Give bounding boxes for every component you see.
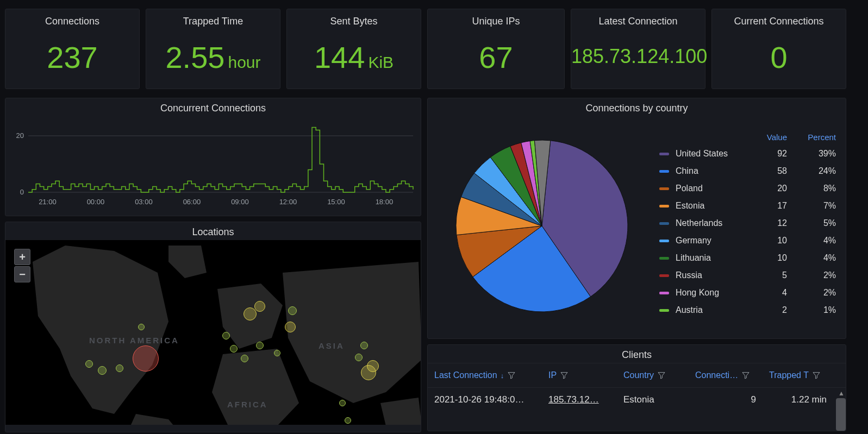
svg-text:00:00: 00:00 bbox=[87, 198, 105, 206]
legend-row[interactable]: Austria21% bbox=[659, 301, 836, 319]
stat-current-connections[interactable]: Current Connections 0 bbox=[711, 9, 846, 89]
legend-swatch bbox=[659, 170, 669, 173]
legend-swatch bbox=[659, 257, 669, 260]
legend-row[interactable]: United States9239% bbox=[659, 145, 836, 162]
legend-row[interactable]: Lithuania104% bbox=[659, 249, 836, 267]
stat-title: Connections bbox=[5, 9, 139, 27]
legend-row[interactable]: Estonia177% bbox=[659, 197, 836, 215]
column-header-connections[interactable]: Connecti… bbox=[689, 370, 763, 380]
panel-concurrent-connections[interactable]: Concurrent Connections 02021:0000:0003:0… bbox=[5, 98, 421, 216]
zoom-out-button[interactable]: − bbox=[14, 266, 30, 282]
stat-unit: hour bbox=[228, 53, 260, 71]
legend-row[interactable]: Poland208% bbox=[659, 180, 836, 197]
pie-legend: Value Percent United States9239%China582… bbox=[659, 133, 836, 319]
stat-number: 0 bbox=[770, 40, 787, 74]
svg-text:0: 0 bbox=[20, 188, 24, 196]
map-bubble[interactable] bbox=[133, 345, 159, 372]
stat-value: 2.55hour bbox=[146, 27, 280, 73]
map-bubble[interactable] bbox=[345, 417, 351, 424]
legend-percent: 1% bbox=[787, 305, 836, 315]
world-map[interactable]: + − NORTH AMERICA AFRICA ASIA bbox=[5, 240, 421, 425]
stat-value: 237 bbox=[5, 27, 139, 73]
legend-value: 20 bbox=[749, 184, 787, 193]
stat-connections[interactable]: Connections 237 bbox=[5, 9, 140, 89]
map-bubble[interactable] bbox=[254, 301, 265, 312]
cell-trapped: 1.22 min bbox=[763, 394, 833, 405]
legend-country: Austria bbox=[676, 305, 749, 315]
stat-title: Unique IPs bbox=[428, 9, 564, 27]
table-row[interactable]: 2021-10-26 19:48:0…185.73.12…Estonia91.2… bbox=[428, 388, 846, 412]
panel-clients[interactable]: Clients Last Connection ↓ IP Country Con… bbox=[427, 344, 846, 431]
legend-header-value[interactable]: Value bbox=[749, 133, 787, 142]
map-bubble[interactable] bbox=[274, 350, 280, 356]
stat-number: 67 bbox=[479, 40, 513, 74]
map-bubble[interactable] bbox=[243, 307, 257, 320]
filter-icon[interactable] bbox=[507, 371, 516, 380]
map-bubble[interactable] bbox=[241, 355, 248, 362]
column-header-country[interactable]: Country bbox=[617, 370, 689, 380]
map-bubble[interactable] bbox=[285, 322, 296, 332]
legend-row[interactable]: Hong Kong42% bbox=[659, 284, 836, 301]
map-bubble[interactable] bbox=[256, 342, 264, 349]
legend-swatch bbox=[659, 292, 669, 294]
legend-percent: 24% bbox=[787, 166, 836, 176]
map-bubble[interactable] bbox=[222, 332, 230, 339]
stat-unique-ips[interactable]: Unique IPs 67 bbox=[427, 9, 565, 89]
legend-row[interactable]: Netherlands125% bbox=[659, 215, 836, 232]
stat-value: 0 bbox=[712, 27, 846, 73]
svg-text:06:00: 06:00 bbox=[183, 198, 201, 206]
column-header-ip[interactable]: IP bbox=[542, 370, 617, 380]
stat-title: Current Connections bbox=[712, 9, 846, 27]
legend-percent: 7% bbox=[787, 201, 836, 211]
legend-row[interactable]: Russia52% bbox=[659, 267, 836, 284]
cell-country: Estonia bbox=[617, 394, 689, 405]
panel-locations[interactable]: Locations + − NORTH AMERICA AFRICA ASIA bbox=[5, 222, 421, 432]
column-header-trapped-time[interactable]: Trapped T bbox=[763, 370, 833, 380]
map-bubble[interactable] bbox=[367, 360, 379, 372]
map-bubble[interactable] bbox=[138, 324, 145, 330]
legend-value: 10 bbox=[749, 253, 787, 263]
map-bubble[interactable] bbox=[98, 366, 107, 375]
legend-swatch bbox=[659, 222, 669, 225]
zoom-in-button[interactable]: + bbox=[14, 249, 30, 265]
map-bubble[interactable] bbox=[116, 364, 123, 372]
filter-icon[interactable] bbox=[657, 371, 666, 380]
column-label: IP bbox=[548, 370, 557, 380]
map-bubble[interactable] bbox=[355, 354, 363, 361]
filter-icon[interactable] bbox=[560, 371, 569, 380]
scroll-up-icon: ▲ bbox=[838, 389, 845, 397]
column-label: Connecti… bbox=[695, 370, 738, 380]
legend-value: 2 bbox=[749, 305, 787, 315]
legend-row[interactable]: China5824% bbox=[659, 162, 836, 180]
column-header-last-connection[interactable]: Last Connection ↓ bbox=[428, 370, 542, 380]
svg-text:18:00: 18:00 bbox=[376, 198, 394, 206]
scrollbar-thumb[interactable] bbox=[836, 398, 846, 431]
legend-percent: 2% bbox=[787, 271, 836, 280]
map-bubble[interactable] bbox=[360, 342, 368, 349]
line-chart: 02021:0000:0003:0006:0009:0012:0015:0018… bbox=[5, 116, 421, 210]
cell-ip[interactable]: 185.73.12… bbox=[542, 394, 617, 405]
filter-icon[interactable] bbox=[741, 371, 750, 380]
column-label: Country bbox=[623, 370, 654, 380]
cell-connections: 9 bbox=[689, 394, 763, 405]
legend-country: Netherlands bbox=[676, 218, 749, 228]
legend-percent: 8% bbox=[787, 184, 836, 193]
stat-trapped-time[interactable]: Trapped Time 2.55hour bbox=[146, 9, 280, 89]
legend-country: China bbox=[676, 166, 749, 176]
map-bubble[interactable] bbox=[339, 400, 346, 406]
panel-connections-by-country[interactable]: Connections by country Value Percent Uni… bbox=[427, 98, 846, 339]
map-bubble[interactable] bbox=[85, 360, 93, 368]
svg-text:09:00: 09:00 bbox=[231, 198, 249, 206]
legend-header-percent[interactable]: Percent bbox=[787, 133, 836, 142]
legend-row[interactable]: Germany104% bbox=[659, 232, 836, 249]
stat-number: 2.55 bbox=[165, 40, 224, 74]
legend-swatch bbox=[659, 240, 669, 242]
legend-value: 4 bbox=[749, 288, 787, 298]
map-bubble[interactable] bbox=[288, 306, 297, 315]
map-bubble[interactable] bbox=[230, 345, 238, 353]
stat-latest-connection[interactable]: Latest Connection 185.73.124.100 bbox=[571, 9, 705, 89]
svg-text:21:00: 21:00 bbox=[39, 198, 57, 206]
svg-text:15:00: 15:00 bbox=[327, 198, 345, 206]
filter-icon[interactable] bbox=[812, 371, 821, 380]
stat-sent-bytes[interactable]: Sent Bytes 144KiB bbox=[286, 9, 421, 89]
